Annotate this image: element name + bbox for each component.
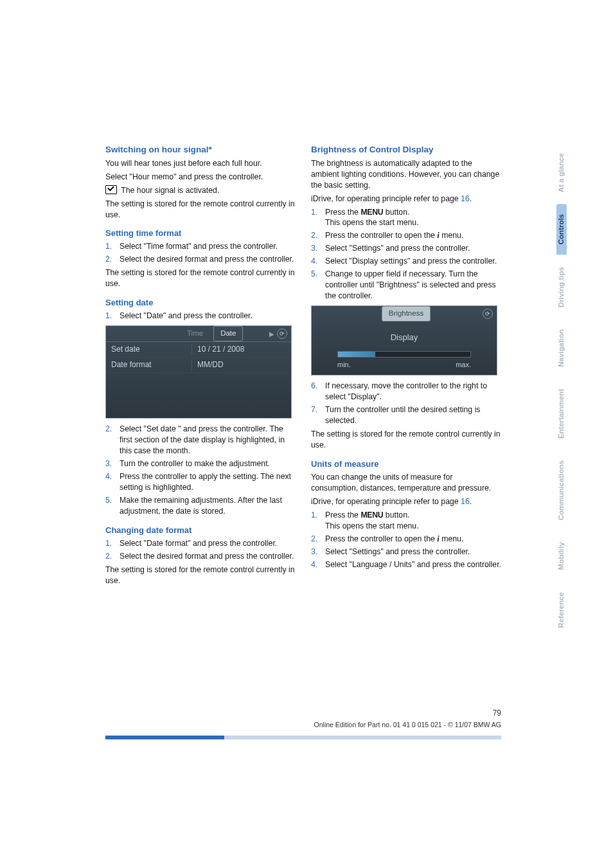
step-number: 4. — [311, 559, 325, 570]
cell-value: MM/DD — [191, 359, 291, 370]
step-text: Turn the controller to make the adjustme… — [120, 458, 296, 469]
minmax-row: min. max. — [337, 360, 471, 370]
tab-bar: Brightness — [312, 306, 497, 321]
side-tab-controls[interactable]: Controls — [556, 204, 567, 255]
side-tab-entertainment[interactable]: Entertainment — [556, 379, 567, 449]
step-text: Select "Language / Units" and press the … — [325, 559, 501, 570]
step-number: 3. — [311, 243, 325, 254]
page-progress — [105, 736, 501, 739]
step-text: Press the MENU button.This opens the sta… — [325, 207, 501, 229]
paragraph: iDrive, for operating principle refer to… — [311, 194, 501, 204]
progress-bar — [105, 736, 224, 739]
menu-label: MENU — [360, 208, 383, 217]
steps-change-date-format: 1.Select "Date format" and press the con… — [105, 538, 296, 562]
step-text: Select the desired format and press the … — [120, 551, 296, 562]
left-column: Switching on hour signal* You will hear … — [105, 144, 296, 589]
cell-label: Date format — [106, 359, 191, 370]
tab-bar: Time Date — [106, 326, 291, 342]
heading-hour-signal: Switching on hour signal* — [105, 144, 296, 156]
step-number: 5. — [105, 495, 120, 517]
page-reference[interactable]: 16 — [461, 194, 470, 203]
step-number: 3. — [311, 547, 325, 557]
step-text: Select "Time format" and press the contr… — [120, 241, 296, 252]
checkbox-icon — [105, 185, 117, 194]
step-text: Press the controller to apply the settin… — [120, 471, 296, 493]
step-number: 2. — [105, 551, 120, 562]
tab-brightness: Brightness — [382, 306, 431, 321]
footer: 79 Online Edition for Part no. 01 41 0 0… — [105, 708, 501, 729]
brightness-slider — [337, 351, 471, 357]
step-number: 5. — [311, 269, 325, 302]
heading-units: Units of measure — [311, 458, 501, 470]
step-text: Press the MENU button.This opens the sta… — [325, 510, 501, 532]
footer-line: Online Edition for Part no. 01 41 0 015 … — [314, 721, 501, 728]
paragraph: The setting is stored for the remote con… — [105, 199, 296, 221]
side-tab-navigation[interactable]: Navigation — [556, 319, 567, 377]
step-number: 6. — [311, 381, 325, 402]
step-number: 2. — [105, 254, 120, 265]
step-text: Make the remaining adjustments. After th… — [120, 495, 296, 517]
step-text: Press the controller to open the i menu. — [325, 534, 501, 545]
side-tab-at-a-glance[interactable]: At a glance — [556, 143, 567, 203]
text: iDrive, for operating principle refer to… — [311, 194, 461, 203]
step-text: Select "Display settings" and press the … — [325, 256, 501, 267]
step-number: 7. — [311, 404, 325, 426]
step-number: 1. — [105, 241, 120, 252]
paragraph: The brightness is automatically adapted … — [311, 158, 501, 191]
tab-time: Time — [181, 327, 209, 341]
paragraph: The setting is stored for the remote con… — [105, 565, 296, 586]
content-area: Switching on hour signal* You will hear … — [105, 144, 501, 589]
side-tab-mobility[interactable]: Mobility — [556, 532, 567, 580]
steps-date-2: 2.Select "Set date " and press the contr… — [105, 424, 296, 517]
step-number: 2. — [105, 424, 120, 457]
step-number: 1. — [105, 538, 120, 549]
page: Switching on hour signal* You will hear … — [0, 0, 613, 868]
paragraph: You will hear tones just before each ful… — [105, 158, 296, 169]
blank-area — [106, 373, 291, 418]
side-tab-driving-tips[interactable]: Driving tips — [556, 257, 567, 318]
idrive-brightness-screenshot: ⟳ Brightness Display min. max. — [311, 305, 497, 375]
step-number: 1. — [311, 510, 325, 532]
step-text: Select "Settings" and press the controll… — [325, 547, 501, 557]
right-column: Brightness of Control Display The bright… — [311, 144, 501, 589]
heading-changing-date-format: Changing date format — [105, 525, 296, 536]
cell-value: 10 / 21 / 2008 — [191, 344, 291, 355]
row-date-format: Date format MM/DD — [106, 357, 291, 373]
steps-brightness: 1.Press the MENU button.This opens the s… — [311, 207, 501, 302]
tab-date: Date — [213, 326, 243, 341]
steps-time-format: 1.Select "Time format" and press the con… — [105, 241, 296, 265]
heading-brightness: Brightness of Control Display — [311, 144, 501, 156]
idrive-date-screenshot: ▶ ⟳ Time Date Set date 10 / 21 / 2008 Da… — [105, 325, 292, 419]
display-label: Display — [312, 321, 497, 347]
paragraph: You can change the units of measure for … — [311, 472, 501, 494]
step-number: 4. — [105, 471, 120, 493]
step-number: 3. — [105, 458, 120, 469]
page-number: 79 — [105, 708, 501, 719]
heading-time-format: Setting time format — [105, 228, 296, 239]
cell-label: Set date — [106, 344, 191, 355]
side-tab-reference[interactable]: Reference — [556, 582, 567, 638]
slider-fill — [338, 352, 375, 357]
step-number: 2. — [311, 230, 325, 241]
page-reference[interactable]: 16 — [461, 497, 470, 506]
menu-label: MENU — [360, 511, 383, 520]
paragraph: The setting is stored for the remote con… — [311, 429, 501, 451]
step-text: Select "Date" and press the controller. — [120, 311, 296, 321]
step-text: Turn the controller until the desired se… — [325, 404, 501, 426]
paragraph: The setting is stored for the remote con… — [105, 267, 296, 289]
step-text: Select "Set date " and press the control… — [120, 424, 296, 457]
step-number: 2. — [311, 534, 325, 545]
step-number: 1. — [311, 207, 325, 229]
step-text: Press the controller to open the i menu. — [325, 230, 501, 241]
paragraph: Select "Hour memo" and press the control… — [105, 172, 296, 183]
side-tab-communications[interactable]: Communications — [556, 450, 567, 530]
heading-setting-date: Setting date — [105, 297, 296, 309]
text: iDrive, for operating principle refer to… — [311, 497, 461, 506]
min-label: min. — [337, 360, 351, 370]
step-text: Select the desired format and press the … — [120, 254, 296, 265]
steps-units: 1.Press the MENU button.This opens the s… — [311, 510, 501, 570]
step-text: Select "Settings" and press the controll… — [325, 243, 501, 254]
arrow-right-icon: ▶ — [269, 330, 274, 339]
max-label: max. — [456, 360, 471, 370]
step-text: Select "Date format" and press the contr… — [120, 538, 296, 549]
